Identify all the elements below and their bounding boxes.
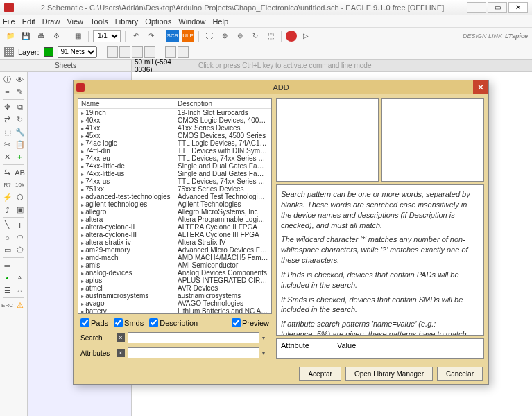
library-row[interactable]: 19inch19-Inch Slot Eurocards <box>78 109 271 117</box>
delete-icon[interactable]: ✕ <box>1 151 14 163</box>
library-row[interactable]: 74xx-euTTL Devices, 74xx Series with Eur… <box>78 155 271 162</box>
add-icon[interactable]: ＋ <box>14 151 26 163</box>
print-icon[interactable]: 🖶 <box>35 30 47 42</box>
grid-icon[interactable] <box>4 47 14 57</box>
mark-icon[interactable]: ✎ <box>14 86 26 98</box>
miter-icon[interactable]: ⬡ <box>14 191 26 203</box>
accept-button[interactable]: Aceptar <box>299 367 341 381</box>
library-row[interactable]: agilent-technologiesAgilent Technologies <box>78 200 271 208</box>
library-row[interactable]: altera-cyclone-IIALTERA Cyclone II FPGA <box>78 223 271 231</box>
name-icon[interactable]: R? <box>1 179 14 191</box>
label-icon[interactable]: A <box>14 272 26 284</box>
board-icon[interactable]: ▦ <box>71 30 84 42</box>
open-library-manager-button[interactable]: Open Library Manager <box>345 367 433 381</box>
library-row[interactable]: altera-stratix-ivAltera Stratix IV <box>78 239 271 246</box>
menu-help[interactable]: Help <box>212 17 228 26</box>
rect-icon[interactable]: ▭ <box>1 244 14 256</box>
polygon-icon[interactable]: ⬠ <box>14 244 26 256</box>
maximize-button[interactable]: ▭ <box>488 2 507 13</box>
menu-tools[interactable]: Tools <box>90 17 108 26</box>
library-row[interactable]: batteryLithium Batteries and NC Accus <box>78 307 271 314</box>
library-row[interactable]: 74xx-usTTL Devices, 74xx Series with US … <box>78 177 271 185</box>
menu-edit[interactable]: Edit <box>22 17 35 26</box>
info-icon[interactable]: ⓘ <box>1 73 14 85</box>
undo-icon[interactable]: ↶ <box>130 30 142 42</box>
replace-icon[interactable]: AB <box>14 166 26 178</box>
wire-icon[interactable]: ╲ <box>1 219 14 231</box>
circle-icon[interactable]: ○ <box>1 232 14 243</box>
menu-library[interactable]: Library <box>115 17 139 26</box>
smash-icon[interactable]: ⚡ <box>1 191 14 203</box>
invoke-icon[interactable]: ▣ <box>14 204 26 216</box>
ulp-icon[interactable]: ULP <box>182 30 194 42</box>
attrs-dropdown-icon[interactable]: ▾ <box>262 350 269 356</box>
check-pads[interactable]: Pads <box>80 318 108 327</box>
col-description[interactable]: Description <box>175 99 271 109</box>
library-row[interactable]: atmelAVR Devices <box>78 284 271 292</box>
library-row[interactable]: am29-memoryAdvanced Micro Devices Flash … <box>78 246 271 254</box>
library-row[interactable]: amisAMI Semiconductor <box>78 261 271 269</box>
save-icon[interactable]: 💾 <box>19 30 32 42</box>
search-dropdown-icon[interactable]: ▾ <box>262 335 269 341</box>
layer-swatch[interactable] <box>44 47 53 57</box>
mirror-icon[interactable]: ⇄ <box>1 114 14 125</box>
menu-view[interactable]: View <box>67 17 83 26</box>
zoom-fit-icon[interactable]: ⛶ <box>203 30 216 42</box>
split-icon[interactable]: ⤴ <box>1 204 14 216</box>
attrs-clear-icon[interactable]: × <box>117 349 125 357</box>
zoom-in-icon[interactable]: ⊕ <box>218 30 231 42</box>
value-icon[interactable]: 10k <box>14 179 26 191</box>
errors-icon[interactable]: ⚠ <box>14 300 26 311</box>
library-row[interactable]: 74ttl-dinTTL Devices with DIN Symbols <box>78 147 271 155</box>
zoom-redraw-icon[interactable]: ↻ <box>249 30 261 42</box>
cut-icon[interactable]: ✂ <box>1 139 14 150</box>
text-icon[interactable]: T <box>14 219 26 231</box>
library-row[interactable]: altera-cyclone-IIIALTERA Cyclone III FPG… <box>78 231 271 239</box>
command-line[interactable]: Click or press Ctrl+L key to activate co… <box>194 60 532 71</box>
layer-select[interactable]: 91 Nets <box>58 46 97 58</box>
menu-draw[interactable]: Draw <box>42 17 60 26</box>
bus-icon[interactable]: ═ <box>1 259 14 271</box>
library-row[interactable]: avagoAVAGO Technologies <box>78 300 271 307</box>
arc-icon[interactable]: ◠ <box>14 232 26 243</box>
library-row[interactable]: austriamicrosystemsaustriamicrosystems <box>78 292 271 300</box>
open-icon[interactable]: 📁 <box>4 30 17 42</box>
attribute-icon[interactable]: ☰ <box>1 284 14 296</box>
zoom-select[interactable]: 1/1 <box>93 30 121 42</box>
library-row[interactable]: analog-devicesAnalog Devices Components <box>78 269 271 277</box>
show-icon[interactable]: 👁 <box>14 73 26 85</box>
view-btn-3[interactable] <box>132 46 143 58</box>
dialog-close-button[interactable]: ✕ <box>473 80 488 94</box>
zoom-select-icon[interactable]: ⬚ <box>264 30 277 42</box>
dimension-icon[interactable]: ↔ <box>14 284 26 296</box>
library-row[interactable]: allegroAllegro MicroSystems, Inc <box>78 208 271 216</box>
library-row[interactable]: alteraAltera Programmable Logic Devices <box>78 216 271 223</box>
library-row[interactable]: amd-machAMD MACH4/MACH5 Family (Vantis) <box>78 254 271 261</box>
junction-icon[interactable]: • <box>1 272 14 284</box>
library-row[interactable]: advanced-test-technologiesAdvanced Test … <box>78 193 271 200</box>
view-btn-5[interactable] <box>165 46 176 58</box>
check-smds[interactable]: Smds <box>114 318 144 327</box>
col-name[interactable]: Name <box>78 99 175 109</box>
minimize-button[interactable]: — <box>467 2 486 13</box>
erc-icon[interactable]: ERC <box>1 300 14 311</box>
view-btn-6[interactable] <box>178 46 189 58</box>
search-clear-icon[interactable]: × <box>117 333 125 342</box>
close-button[interactable]: ✕ <box>508 2 528 13</box>
move-icon[interactable]: ✥ <box>1 101 14 113</box>
menu-file[interactable]: File <box>3 17 15 26</box>
go-icon[interactable]: ▷ <box>300 30 312 42</box>
library-row[interactable]: 74ac-logicTTL Logic Devices, 74AC11xx an… <box>78 139 271 147</box>
rotate-icon[interactable]: ↻ <box>14 114 26 125</box>
cam-icon[interactable]: ⚙ <box>50 30 62 42</box>
group-icon[interactable]: ⬚ <box>1 126 14 138</box>
view-btn-4[interactable] <box>144 46 155 58</box>
stop-icon[interactable] <box>286 31 297 42</box>
library-list[interactable]: Name Description 19inch19-Inch Slot Euro… <box>78 98 272 314</box>
check-description[interactable]: Description <box>149 318 198 327</box>
library-row[interactable]: 74xx-little-deSingle and Dual Gates Fami… <box>78 162 271 170</box>
check-preview[interactable]: Preview <box>232 318 269 327</box>
scr-icon[interactable]: SCR <box>166 30 179 42</box>
zoom-out-icon[interactable]: ⊖ <box>234 30 246 42</box>
library-row[interactable]: 41xx41xx Series Devices <box>78 124 271 132</box>
